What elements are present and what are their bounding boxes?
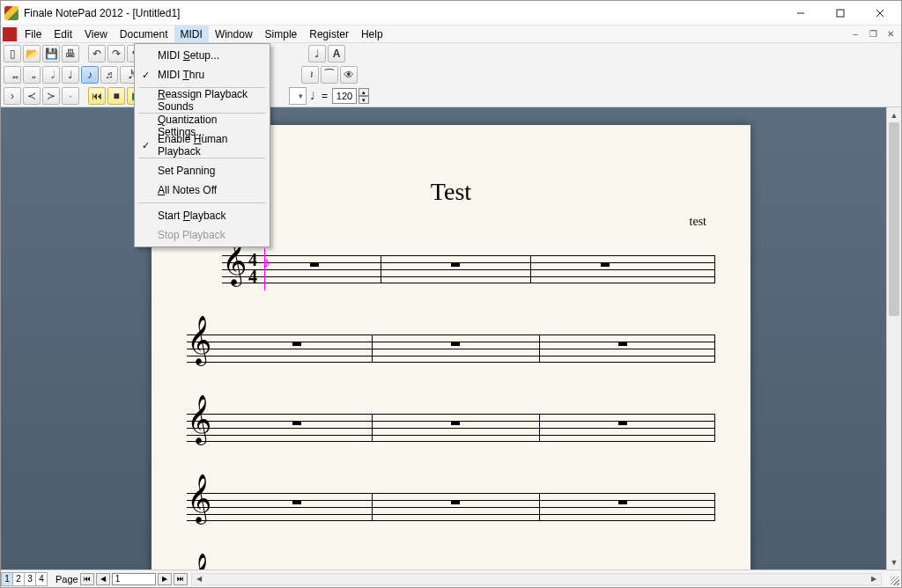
scroll-left-icon[interactable]: ◀: [192, 574, 206, 584]
menu-item-label: MIDI Setup...: [158, 49, 219, 62]
scroll-thumb[interactable]: [889, 122, 899, 316]
menu-document[interactable]: Document: [114, 26, 174, 42]
check-icon: ✓: [142, 70, 150, 81]
maximize-button[interactable]: [820, 1, 860, 26]
scroll-up-icon[interactable]: ▲: [887, 107, 901, 122]
save-button[interactable]: 💾: [42, 45, 60, 62]
artic-4-button[interactable]: ·: [62, 87, 79, 105]
note-half-button[interactable]: 𝅗𝅥: [42, 66, 60, 84]
svg-rect-1: [837, 10, 844, 17]
menu-midi[interactable]: MIDI: [174, 26, 209, 42]
barline: [714, 414, 715, 442]
page-label: Page: [55, 574, 78, 584]
new-file-button[interactable]: ▯: [4, 45, 21, 62]
mdi-controls: – ❐ ✕: [848, 26, 901, 42]
page-prev-button[interactable]: ◀: [96, 573, 110, 585]
whole-rest: [451, 342, 460, 346]
barline: [714, 334, 715, 363]
note-double-whole-button[interactable]: 𝅜: [4, 66, 21, 84]
open-file-button[interactable]: 📂: [23, 45, 41, 62]
staff-2[interactable]: 𝄞: [187, 326, 715, 370]
mdi-restore-button[interactable]: ❐: [866, 28, 880, 40]
decrescendo-icon: ≻: [47, 90, 55, 102]
redo-button[interactable]: ↷: [107, 45, 125, 62]
staff-4[interactable]: 𝄞: [187, 484, 715, 528]
barline: [530, 255, 531, 283]
artic-1-button[interactable]: ›: [4, 87, 21, 105]
undo-button[interactable]: ↶: [88, 45, 106, 62]
print-button[interactable]: 🖶: [62, 45, 79, 62]
barline: [714, 493, 715, 521]
spin-up-icon[interactable]: ▴: [359, 88, 369, 96]
layer-tab-2[interactable]: 2: [12, 572, 25, 586]
app-icon: [4, 6, 18, 20]
page-next-button[interactable]: ▶: [158, 573, 172, 585]
spin-down-icon[interactable]: ▾: [359, 96, 369, 104]
mdi-minimize-button[interactable]: –: [848, 28, 862, 40]
artic-2-button[interactable]: ≺: [23, 87, 41, 105]
mdi-close-button[interactable]: ✕: [884, 28, 898, 40]
window-title: Finale NotePad 2012 - [Untitled1]: [24, 7, 780, 19]
midi-menu-item[interactable]: Start Playback: [137, 206, 268, 225]
barline: [372, 414, 373, 442]
whole-rest: [292, 422, 301, 425]
menubar: File Edit View Document MIDI Window Simp…: [1, 26, 901, 43]
note-whole-button[interactable]: 𝅝: [23, 66, 41, 84]
staff-1[interactable]: 𝄞 4 4 ♪: [222, 246, 715, 290]
page-last-button[interactable]: ⏭: [174, 573, 188, 585]
midi-menu-item[interactable]: ✓MIDI Thru: [137, 65, 268, 85]
menu-window[interactable]: Window: [209, 26, 259, 42]
rest-button[interactable]: 𝄽: [301, 66, 319, 84]
scroll-right-icon[interactable]: ▶: [867, 574, 881, 584]
print-icon: 🖶: [65, 48, 76, 60]
layer-tab-3[interactable]: 3: [24, 572, 36, 586]
note-sixteenth-button[interactable]: ♬: [100, 66, 118, 84]
midi-menu-item[interactable]: All Notes Off: [137, 180, 268, 200]
staff-lines: [187, 493, 715, 521]
tempo-unit-dropdown[interactable]: [289, 87, 307, 105]
whole-rest: [618, 422, 627, 425]
tuplet-icon: 👁: [344, 69, 354, 81]
menu-edit[interactable]: Edit: [48, 26, 78, 42]
menu-simple[interactable]: Simple: [259, 26, 304, 42]
menu-help[interactable]: Help: [355, 26, 389, 42]
note-quarter-button[interactable]: ♩: [62, 66, 79, 84]
menu-view[interactable]: View: [78, 26, 114, 42]
page-first-button[interactable]: ⏮: [80, 573, 94, 585]
playback-stop-button[interactable]: ■: [107, 87, 125, 105]
tempo-input[interactable]: [332, 88, 357, 104]
close-button[interactable]: [860, 1, 899, 26]
tie-button[interactable]: ⁀: [321, 66, 338, 84]
resize-grip[interactable]: [885, 571, 901, 587]
midi-menu-item[interactable]: Reassign Playback Sounds: [137, 91, 268, 110]
page-input[interactable]: [112, 573, 156, 585]
note-eighth-button[interactable]: ♪: [81, 66, 99, 84]
vertical-scrollbar[interactable]: ▲ ▼: [886, 107, 901, 570]
layer-tab-1[interactable]: 1: [1, 572, 13, 586]
whole-rest: [292, 342, 301, 346]
layer-tab-4[interactable]: 4: [35, 572, 48, 586]
window-controls: [780, 1, 899, 26]
artic-3-button[interactable]: ≻: [42, 87, 60, 105]
scroll-down-icon[interactable]: ▼: [887, 555, 901, 570]
menu-register[interactable]: Register: [303, 26, 355, 42]
menu-file[interactable]: File: [18, 26, 48, 42]
text-tool-button[interactable]: A: [328, 45, 345, 62]
scroll-track[interactable]: [887, 122, 901, 555]
minimize-button[interactable]: [780, 1, 820, 26]
menu-item-label: Reassign Playback Sounds: [158, 88, 250, 113]
tuplet-button[interactable]: 👁: [340, 66, 358, 84]
horizontal-scrollbar[interactable]: ◀ ▶: [191, 573, 882, 585]
check-icon: ✓: [142, 140, 150, 151]
playback-rewind-button[interactable]: ⏮: [88, 87, 106, 105]
menu-item-label: Enable Human Playback: [158, 133, 250, 158]
staff-3[interactable]: 𝄞: [187, 405, 715, 449]
staff-5[interactable]: 𝄞: [187, 563, 715, 570]
sixteenth-note-icon: ♬: [106, 69, 114, 81]
midi-menu-item[interactable]: Set Panning: [137, 161, 268, 180]
eighth-note-icon: ♪: [87, 69, 92, 81]
midi-menu-item[interactable]: ✓Enable Human Playback: [137, 136, 268, 155]
tool-button[interactable]: ♩: [308, 45, 326, 62]
tempo-spinner[interactable]: ▴▾: [359, 88, 369, 104]
midi-menu-item[interactable]: MIDI Setup...: [137, 46, 268, 65]
